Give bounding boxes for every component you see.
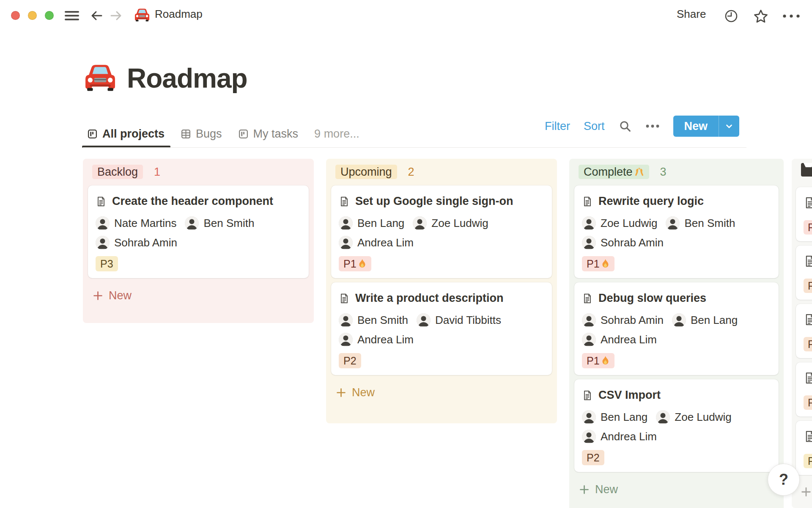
avatar	[339, 236, 353, 250]
raised-hands-emoji-icon	[634, 167, 644, 177]
updates-clock-icon[interactable]	[724, 8, 739, 25]
tabbar-divider	[83, 147, 746, 148]
page-doc-icon	[804, 255, 812, 268]
plus-icon	[92, 290, 104, 301]
filter-button[interactable]: Filter	[545, 120, 570, 133]
kanban-board: Backlog1Create the header componentNate …	[0, 159, 812, 508]
avatar	[96, 236, 110, 250]
avatar	[582, 410, 596, 424]
assignee: Andrea Lim	[339, 236, 414, 250]
board-icon	[238, 129, 249, 139]
assignee: Nate Martins	[96, 216, 176, 230]
search-icon[interactable]	[618, 119, 632, 133]
column-status-badge[interactable]: Complete	[579, 165, 649, 179]
task-card[interactable]: Debug slow queriesSohrab AminBen LangAnd…	[574, 282, 779, 375]
assignee-name: Ben Smith	[684, 217, 735, 230]
fire-emoji-icon	[601, 356, 610, 366]
card-title: CSV Import	[598, 389, 661, 402]
assignee: Ben Lang	[672, 313, 738, 327]
board-icon	[87, 129, 98, 139]
assignee: David Tibbitts	[417, 313, 501, 327]
plus-icon	[800, 486, 812, 498]
share-button[interactable]: Share	[677, 8, 706, 21]
new-button[interactable]: New	[673, 116, 719, 137]
assignee: Ben Smith	[185, 216, 254, 230]
tab-label: My tasks	[253, 127, 299, 141]
task-card[interactable]: P	[796, 187, 812, 241]
assignee-name: Ben Lang	[691, 314, 738, 327]
task-card[interactable]: CSV ImportBen LangZoe LudwigAndrea LimP2	[574, 379, 779, 472]
avatar	[582, 313, 596, 327]
tab-label: All projects	[102, 127, 165, 141]
more-options-icon[interactable]	[782, 13, 801, 21]
assignee-name: Ben Lang	[601, 411, 647, 424]
column-status-badge[interactable]: Upcoming	[335, 165, 397, 179]
assignee: Andrea Lim	[582, 333, 657, 347]
avatar	[417, 313, 431, 327]
sort-button[interactable]: Sort	[584, 120, 605, 133]
fire-emoji-icon	[601, 259, 610, 269]
close-window-button[interactable]	[11, 11, 20, 20]
assignee-name: Andrea Lim	[357, 236, 414, 249]
add-card-button[interactable]: New	[579, 483, 779, 496]
assignee: Sohrab Amin	[96, 236, 177, 250]
column-header: Complete3	[579, 165, 779, 179]
task-card[interactable]: Rewrite query logicZoe LudwigBen SmithSo…	[574, 185, 779, 278]
page-doc-icon	[804, 313, 812, 326]
column-upcoming: Upcoming2Set up Google single sign-onBen…	[326, 159, 557, 423]
plus-icon	[335, 387, 347, 398]
favorite-star-icon[interactable]	[753, 8, 769, 26]
avatar	[96, 216, 110, 230]
titlebar-page-title: Roadmap	[155, 8, 203, 21]
fire-emoji-icon	[358, 259, 367, 269]
view-options-ellipsis-icon[interactable]	[645, 124, 660, 128]
column-header: Upcoming2	[335, 165, 552, 179]
page-title: Roadmap	[127, 63, 247, 94]
back-arrow-icon[interactable]	[89, 8, 104, 23]
page-doc-icon	[96, 196, 107, 207]
card-title: Write a product description	[355, 292, 504, 305]
assignee: Zoe Ludwig	[656, 410, 731, 424]
task-card[interactable]: Write a product descriptionBen SmithDavi…	[331, 282, 552, 375]
add-card-button[interactable]: New	[92, 289, 309, 302]
card-title: Debug slow queries	[598, 292, 706, 305]
tab-my-tasks[interactable]: My tasks	[238, 124, 299, 144]
avatar	[582, 216, 596, 230]
minimize-window-button[interactable]	[28, 11, 37, 20]
forward-arrow-icon[interactable]	[109, 8, 123, 23]
task-card[interactable]: Set up Google single sign-onBen LangZoe …	[331, 185, 552, 278]
window-titlebar: Roadmap Share	[0, 0, 812, 30]
add-card-button[interactable]: New	[335, 386, 552, 399]
assignee-name: Zoe Ludwig	[675, 411, 731, 424]
priority-tag: P	[804, 454, 812, 468]
column-header: Backlog1	[92, 165, 309, 179]
new-dropdown-chevron-icon[interactable]	[719, 116, 739, 137]
priority-tag: P	[804, 220, 812, 235]
add-card-button[interactable]	[800, 486, 812, 498]
view-toolbar: Filter Sort New	[545, 116, 739, 137]
priority-tag: P2	[582, 450, 604, 465]
tab-bugs[interactable]: Bugs	[181, 124, 222, 144]
card-title: Rewrite query logic	[598, 195, 704, 208]
tab-9-more[interactable]: 9 more...	[314, 124, 359, 144]
task-card[interactable]: P	[796, 421, 812, 475]
task-card[interactable]: P	[796, 246, 812, 300]
avatar	[185, 216, 199, 230]
page-car-emoji-icon	[85, 64, 116, 93]
tab-all-projects[interactable]: All projects	[87, 124, 165, 144]
sidebar-menu-icon[interactable]	[65, 11, 79, 20]
avatar	[666, 216, 680, 230]
assignee: Andrea Lim	[582, 430, 657, 444]
tab-label: 9 more...	[314, 127, 359, 141]
task-card[interactable]: P	[796, 304, 812, 358]
assignee: Sohrab Amin	[582, 236, 664, 250]
help-button[interactable]: ?	[768, 464, 800, 496]
priority-tag: P	[804, 337, 812, 351]
avatar	[339, 313, 353, 327]
assignee-name: Sohrab Amin	[114, 236, 177, 249]
zoom-window-button[interactable]	[45, 11, 54, 20]
task-card[interactable]: Create the header componentNate MartinsB…	[88, 185, 309, 278]
card-title: Set up Google single sign-on	[355, 195, 513, 208]
column-status-badge[interactable]: Backlog	[92, 165, 143, 179]
task-card[interactable]: P	[796, 362, 812, 417]
